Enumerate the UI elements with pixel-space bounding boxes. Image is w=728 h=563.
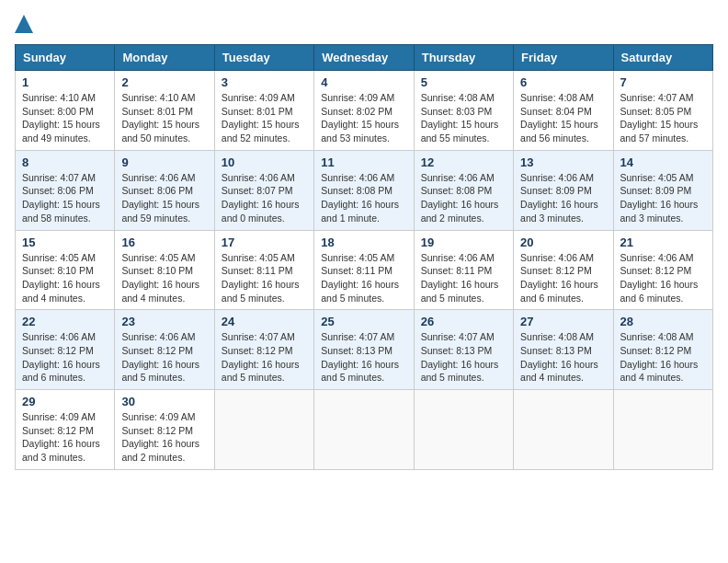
header-day-monday: Monday bbox=[115, 45, 214, 71]
day-info: Sunrise: 4:05 AMSunset: 8:09 PMDaylight:… bbox=[620, 171, 706, 225]
calendar-day-12: 12Sunrise: 4:06 AMSunset: 8:08 PMDayligh… bbox=[414, 150, 513, 230]
calendar-day-18: 18Sunrise: 4:05 AMSunset: 8:11 PMDayligh… bbox=[314, 230, 414, 310]
day-number: 26 bbox=[421, 315, 506, 328]
day-number: 23 bbox=[121, 315, 207, 328]
day-info: Sunrise: 4:06 AMSunset: 8:11 PMDaylight:… bbox=[421, 251, 506, 305]
day-info: Sunrise: 4:08 AMSunset: 8:12 PMDaylight:… bbox=[620, 330, 706, 385]
calendar-day-1: 1Sunrise: 4:10 AMSunset: 8:00 PMDaylight… bbox=[16, 71, 115, 151]
day-info: Sunrise: 4:09 AMSunset: 8:12 PMDaylight:… bbox=[22, 410, 108, 465]
day-number: 18 bbox=[321, 236, 406, 249]
calendar-day-13: 13Sunrise: 4:06 AMSunset: 8:09 PMDayligh… bbox=[514, 150, 613, 230]
day-number: 25 bbox=[321, 315, 406, 328]
header-day-saturday: Saturday bbox=[613, 45, 712, 71]
day-info: Sunrise: 4:06 AMSunset: 8:12 PMDaylight:… bbox=[620, 251, 706, 305]
day-info: Sunrise: 4:09 AMSunset: 8:12 PMDaylight:… bbox=[121, 410, 207, 465]
day-number: 19 bbox=[421, 236, 506, 249]
header-day-sunday: Sunday bbox=[16, 45, 115, 71]
day-info: Sunrise: 4:09 AMSunset: 8:01 PMDaylight:… bbox=[222, 91, 307, 145]
day-info: Sunrise: 4:06 AMSunset: 8:06 PMDaylight:… bbox=[121, 171, 207, 225]
calendar-day-28: 28Sunrise: 4:08 AMSunset: 8:12 PMDayligh… bbox=[613, 310, 712, 390]
calendar-week-1: 1Sunrise: 4:10 AMSunset: 8:00 PMDaylight… bbox=[16, 71, 713, 151]
day-number: 6 bbox=[520, 75, 606, 89]
day-info: Sunrise: 4:10 AMSunset: 8:01 PMDaylight:… bbox=[121, 91, 207, 145]
day-number: 13 bbox=[520, 155, 606, 169]
day-info: Sunrise: 4:05 AMSunset: 8:11 PMDaylight:… bbox=[222, 251, 307, 305]
day-number: 27 bbox=[520, 315, 606, 328]
calendar-day-7: 7Sunrise: 4:07 AMSunset: 8:05 PMDaylight… bbox=[613, 71, 712, 151]
day-number: 1 bbox=[22, 75, 108, 89]
day-info: Sunrise: 4:06 AMSunset: 8:07 PMDaylight:… bbox=[222, 171, 307, 225]
day-number: 30 bbox=[121, 395, 207, 408]
calendar-day-29: 29Sunrise: 4:09 AMSunset: 8:12 PMDayligh… bbox=[16, 390, 115, 470]
day-number: 10 bbox=[222, 155, 307, 169]
empty-cell bbox=[314, 390, 414, 470]
day-number: 11 bbox=[321, 155, 406, 169]
calendar-day-26: 26Sunrise: 4:07 AMSunset: 8:13 PMDayligh… bbox=[414, 310, 513, 390]
header-day-wednesday: Wednesday bbox=[314, 45, 414, 71]
day-number: 14 bbox=[620, 155, 706, 169]
empty-cell bbox=[214, 390, 313, 470]
calendar-day-10: 10Sunrise: 4:06 AMSunset: 8:07 PMDayligh… bbox=[214, 150, 313, 230]
calendar-day-15: 15Sunrise: 4:05 AMSunset: 8:10 PMDayligh… bbox=[16, 230, 115, 310]
calendar-day-20: 20Sunrise: 4:06 AMSunset: 8:12 PMDayligh… bbox=[514, 230, 613, 310]
logo: General Blue bbox=[15, 15, 33, 33]
header-row: SundayMondayTuesdayWednesdayThursdayFrid… bbox=[16, 45, 713, 71]
page-header: General Blue bbox=[15, 15, 713, 33]
day-info: Sunrise: 4:07 AMSunset: 8:05 PMDaylight:… bbox=[620, 91, 706, 145]
calendar-day-27: 27Sunrise: 4:08 AMSunset: 8:13 PMDayligh… bbox=[514, 310, 613, 390]
header-day-tuesday: Tuesday bbox=[214, 45, 313, 71]
calendar-week-3: 15Sunrise: 4:05 AMSunset: 8:10 PMDayligh… bbox=[16, 230, 713, 310]
calendar-day-24: 24Sunrise: 4:07 AMSunset: 8:12 PMDayligh… bbox=[214, 310, 313, 390]
day-number: 29 bbox=[22, 395, 108, 408]
day-number: 16 bbox=[121, 236, 207, 249]
calendar-day-30: 30Sunrise: 4:09 AMSunset: 8:12 PMDayligh… bbox=[115, 390, 214, 470]
calendar-week-4: 22Sunrise: 4:06 AMSunset: 8:12 PMDayligh… bbox=[16, 310, 713, 390]
day-info: Sunrise: 4:06 AMSunset: 8:09 PMDaylight:… bbox=[520, 171, 606, 225]
day-number: 21 bbox=[620, 236, 706, 249]
calendar-header: SundayMondayTuesdayWednesdayThursdayFrid… bbox=[16, 45, 713, 71]
day-number: 4 bbox=[321, 75, 406, 89]
calendar-day-23: 23Sunrise: 4:06 AMSunset: 8:12 PMDayligh… bbox=[115, 310, 214, 390]
calendar-day-8: 8Sunrise: 4:07 AMSunset: 8:06 PMDaylight… bbox=[16, 150, 115, 230]
day-number: 22 bbox=[22, 315, 108, 328]
calendar-day-3: 3Sunrise: 4:09 AMSunset: 8:01 PMDaylight… bbox=[214, 71, 313, 151]
day-info: Sunrise: 4:06 AMSunset: 8:08 PMDaylight:… bbox=[421, 171, 506, 225]
empty-cell bbox=[514, 390, 613, 470]
calendar-day-5: 5Sunrise: 4:08 AMSunset: 8:03 PMDaylight… bbox=[414, 71, 513, 151]
logo-triangle-icon bbox=[15, 15, 33, 33]
day-info: Sunrise: 4:06 AMSunset: 8:12 PMDaylight:… bbox=[520, 251, 606, 305]
calendar-day-25: 25Sunrise: 4:07 AMSunset: 8:13 PMDayligh… bbox=[314, 310, 414, 390]
calendar-day-16: 16Sunrise: 4:05 AMSunset: 8:10 PMDayligh… bbox=[115, 230, 214, 310]
day-number: 3 bbox=[222, 75, 307, 89]
day-number: 9 bbox=[121, 155, 207, 169]
calendar-day-2: 2Sunrise: 4:10 AMSunset: 8:01 PMDaylight… bbox=[115, 71, 214, 151]
day-info: Sunrise: 4:06 AMSunset: 8:12 PMDaylight:… bbox=[121, 330, 207, 385]
calendar-day-9: 9Sunrise: 4:06 AMSunset: 8:06 PMDaylight… bbox=[115, 150, 214, 230]
day-number: 15 bbox=[22, 236, 108, 249]
day-info: Sunrise: 4:05 AMSunset: 8:10 PMDaylight:… bbox=[22, 251, 108, 305]
calendar-day-11: 11Sunrise: 4:06 AMSunset: 8:08 PMDayligh… bbox=[314, 150, 414, 230]
day-info: Sunrise: 4:07 AMSunset: 8:06 PMDaylight:… bbox=[22, 171, 108, 225]
day-number: 20 bbox=[520, 236, 606, 249]
svg-marker-0 bbox=[15, 15, 33, 33]
day-number: 2 bbox=[121, 75, 207, 89]
header-day-thursday: Thursday bbox=[414, 45, 513, 71]
calendar-day-19: 19Sunrise: 4:06 AMSunset: 8:11 PMDayligh… bbox=[414, 230, 513, 310]
empty-cell bbox=[414, 390, 513, 470]
day-number: 28 bbox=[620, 315, 706, 328]
day-number: 7 bbox=[620, 75, 706, 89]
day-info: Sunrise: 4:05 AMSunset: 8:10 PMDaylight:… bbox=[121, 251, 207, 305]
day-info: Sunrise: 4:06 AMSunset: 8:08 PMDaylight:… bbox=[321, 171, 406, 225]
day-number: 5 bbox=[421, 75, 506, 89]
day-info: Sunrise: 4:06 AMSunset: 8:12 PMDaylight:… bbox=[22, 330, 108, 385]
calendar-day-22: 22Sunrise: 4:06 AMSunset: 8:12 PMDayligh… bbox=[16, 310, 115, 390]
day-info: Sunrise: 4:08 AMSunset: 8:04 PMDaylight:… bbox=[520, 91, 606, 145]
calendar-day-4: 4Sunrise: 4:09 AMSunset: 8:02 PMDaylight… bbox=[314, 71, 414, 151]
day-info: Sunrise: 4:08 AMSunset: 8:03 PMDaylight:… bbox=[421, 91, 506, 145]
day-number: 17 bbox=[222, 236, 307, 249]
empty-cell bbox=[613, 390, 712, 470]
calendar: SundayMondayTuesdayWednesdayThursdayFrid… bbox=[15, 44, 713, 470]
day-info: Sunrise: 4:07 AMSunset: 8:12 PMDaylight:… bbox=[222, 330, 307, 385]
calendar-body: 1Sunrise: 4:10 AMSunset: 8:00 PMDaylight… bbox=[16, 71, 713, 470]
day-info: Sunrise: 4:07 AMSunset: 8:13 PMDaylight:… bbox=[321, 330, 406, 385]
